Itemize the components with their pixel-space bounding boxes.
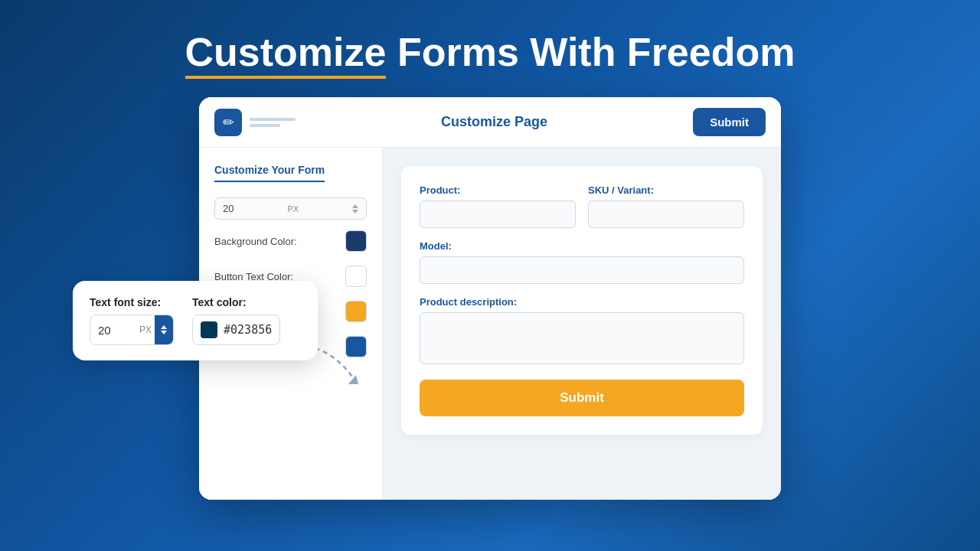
svg-marker-0: [348, 375, 358, 384]
top-bar-line-2: [250, 124, 280, 127]
form-row-product-sku: Product: SKU / Variant:: [420, 184, 744, 228]
form-group-product: Product:: [420, 184, 576, 228]
hero-title-highlight: Customize: [185, 30, 387, 79]
font-size-label: Text font size:: [90, 296, 174, 308]
top-bar: ✏ Customize Page Submit: [199, 97, 781, 148]
display-row-arrows[interactable]: [352, 204, 358, 214]
px-unit: PX: [136, 324, 155, 335]
font-size-input[interactable]: 20 PX: [90, 315, 174, 345]
right-panel: Product: SKU / Variant: Model:: [383, 148, 781, 500]
px-display-unit: PX: [287, 204, 299, 214]
submit-button-top[interactable]: Submit: [693, 108, 766, 136]
sku-input[interactable]: [588, 201, 744, 228]
tooltip-card: Text font size: 20 PX Text color: #02385…: [73, 281, 318, 360]
hero-title-rest: Forms With Freedom: [386, 30, 795, 74]
font-size-group: Text font size: 20 PX: [90, 296, 174, 345]
form-submit-button[interactable]: Submit: [420, 380, 744, 416]
tooltip-row: Text font size: 20 PX Text color: #02385…: [90, 296, 301, 345]
color-swatch-preview[interactable]: [201, 321, 217, 338]
top-bar-decoration: [250, 118, 296, 127]
app-icon: ✏: [214, 109, 242, 136]
color-input[interactable]: #023856: [192, 315, 280, 345]
bg-color-row: Background Color:: [214, 230, 367, 252]
edit-icon: ✏: [223, 114, 234, 131]
left-panel-title: Customize Your Form: [214, 164, 325, 182]
btn-color-swatch[interactable]: [345, 301, 367, 322]
bg-color-swatch[interactable]: [345, 230, 367, 252]
form-row-model: Model:: [420, 240, 744, 284]
btn-text-color-swatch[interactable]: [345, 266, 367, 287]
sku-label: SKU / Variant:: [588, 184, 744, 196]
model-input[interactable]: [420, 256, 744, 284]
form-card: Product: SKU / Variant: Model:: [401, 166, 763, 435]
desc-label: Product description:: [420, 296, 744, 308]
hero-title: Customize Forms With Freedom: [185, 31, 795, 74]
font-size-display-row[interactable]: 20 PX: [214, 197, 367, 220]
product-input[interactable]: [420, 201, 576, 228]
desc-textarea[interactable]: [420, 312, 744, 364]
form-group-desc: Product description:: [420, 296, 744, 364]
display-up-arrow[interactable]: [352, 204, 358, 208]
bg-color-label: Background Color:: [214, 236, 297, 247]
font-size-up-arrow[interactable]: [161, 325, 167, 329]
model-label: Model:: [420, 240, 744, 252]
text-color-label: Text color:: [192, 296, 280, 308]
display-down-arrow[interactable]: [352, 210, 358, 214]
app-window: Text font size: 20 PX Text color: #02385…: [199, 97, 781, 500]
form-row-desc: Product description:: [420, 296, 744, 364]
font-size-field[interactable]: 20: [90, 324, 136, 337]
form-group-model: Model:: [420, 240, 744, 284]
color-hex-value: #023856: [224, 323, 272, 337]
font-size-stepper[interactable]: [155, 315, 173, 345]
text-color-group: Text color: #023856: [192, 296, 280, 345]
product-label: Product:: [420, 184, 576, 196]
form-group-sku: SKU / Variant:: [588, 184, 744, 228]
font-size-down-arrow[interactable]: [161, 331, 167, 334]
page-title: Customize Page: [296, 114, 693, 130]
top-bar-line-1: [250, 118, 296, 121]
font-size-display-value: 20: [223, 203, 234, 214]
